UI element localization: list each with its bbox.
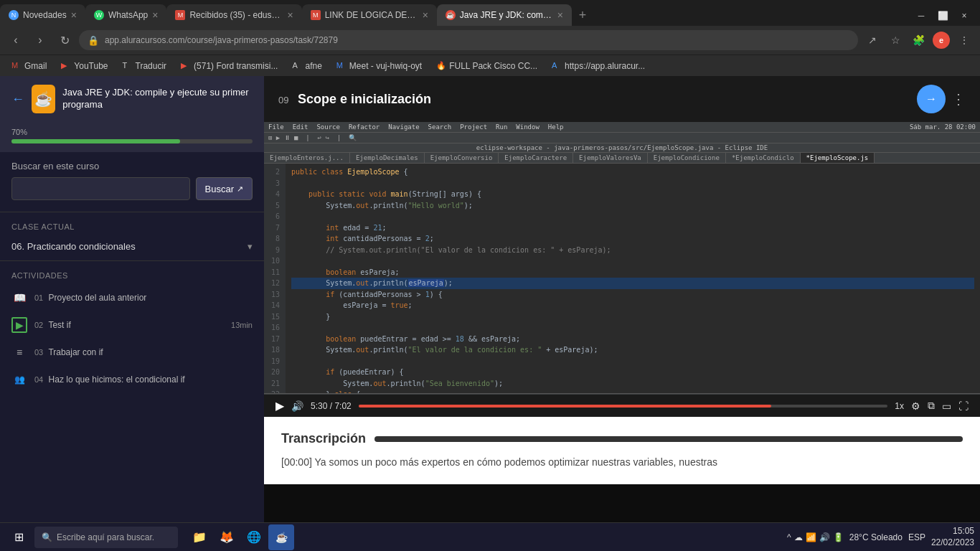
meet-favicon: M bbox=[336, 61, 347, 71]
tab-title-java: Java JRE y JDK: compile y eje... bbox=[460, 10, 553, 20]
profile-icon[interactable]: e bbox=[931, 30, 951, 50]
eclipse-time: Sáb mar. 28 02:00 bbox=[910, 123, 976, 131]
video-header-right: → ⋮ bbox=[917, 85, 966, 113]
volume-button[interactable]: 🔊 bbox=[291, 400, 303, 412]
bookmark-gmail-label: Gmail bbox=[24, 61, 47, 71]
lesson-info-02: 02 Test if bbox=[34, 320, 224, 330]
bookmark-full-pack[interactable]: 🔥 FULL Pack Cisco CC... bbox=[430, 60, 543, 72]
bookmarks-bar: M Gmail ▶ YouTube T Traducir ▶ (571) For… bbox=[0, 55, 980, 76]
tab-close-java[interactable]: × bbox=[557, 9, 563, 21]
tab-close-gmail[interactable]: × bbox=[287, 9, 293, 21]
lesson-duration-02: 13min bbox=[231, 321, 253, 329]
tab-close-whatsapp[interactable]: × bbox=[152, 9, 158, 21]
taskbar-app-eclipse[interactable]: ☕ bbox=[268, 524, 294, 550]
menu-source: Source bbox=[316, 123, 340, 131]
fullpack-favicon: 🔥 bbox=[436, 61, 446, 71]
browser-chrome: N Novedades × W WhatsApp × M Recibidos (… bbox=[0, 0, 980, 76]
tab-close-novedades[interactable]: × bbox=[71, 9, 77, 21]
user-avatar: e bbox=[933, 32, 950, 49]
tab-close-link[interactable]: × bbox=[423, 9, 428, 21]
gmail-favicon: M bbox=[11, 61, 22, 71]
lesson-item-02[interactable]: ▶ 02 Test if 13min bbox=[0, 311, 264, 339]
tab-bar: N Novedades × W WhatsApp × M Recibidos (… bbox=[0, 0, 980, 26]
code-line-13: if (cantidadPersonas > 1) { bbox=[291, 289, 974, 301]
eclipse-titlebar: eclipse-workspace - java-primeros-pasos/… bbox=[264, 143, 980, 153]
lesson-item-04[interactable]: 👥 04 Haz lo que hicimos: el condicional … bbox=[0, 366, 264, 393]
maximize-button[interactable]: ⬜ bbox=[933, 6, 953, 26]
settings-button[interactable]: ⚙ bbox=[911, 400, 920, 412]
clock-date: 22/02/2023 bbox=[931, 537, 974, 549]
code-line-4: public static void main(String[] args) { bbox=[291, 189, 974, 200]
search-input[interactable] bbox=[11, 177, 190, 200]
eclipse-statusbar: The local variable esPareja may not have… bbox=[264, 393, 980, 395]
bookmark-traducir-label: Traducir bbox=[136, 61, 167, 71]
forward-button[interactable]: › bbox=[30, 30, 50, 50]
code-line-7: int edad = 21; bbox=[291, 222, 974, 234]
code-line-22: } else { bbox=[291, 389, 974, 393]
bookmark-alura[interactable]: A https://app.aluracur... bbox=[546, 60, 651, 72]
code-line-12: System.out.println(esPareja); bbox=[291, 278, 974, 289]
bookmark-meet-label: Meet - vuj-hwiq-oyt bbox=[349, 61, 422, 71]
theater-button[interactable]: ▭ bbox=[942, 400, 951, 412]
taskbar-search-text: Escribe aquí para buscar. bbox=[57, 532, 154, 542]
share-icon[interactable]: ↗ bbox=[862, 30, 882, 50]
bookmark-traducir[interactable]: T Traducir bbox=[117, 60, 173, 72]
next-lesson-button[interactable]: → bbox=[917, 85, 946, 113]
lesson-item-03[interactable]: ≡ 03 Trabajar con if bbox=[0, 339, 264, 366]
menu-icon[interactable]: ⋮ bbox=[954, 30, 974, 50]
eclipse-tab-condicioclone: *EjemploCondiclo bbox=[726, 153, 801, 163]
current-module-item[interactable]: 06. Practicando condicionales ▾ bbox=[0, 235, 264, 258]
search-button[interactable]: Buscar ↗ bbox=[196, 177, 253, 200]
code-line-16 bbox=[291, 322, 974, 334]
taskbar-app-firefox[interactable]: 🦊 bbox=[214, 524, 240, 550]
play-button[interactable]: ▶ bbox=[275, 399, 284, 413]
nav-bar: ‹ › ↻ 🔒 app.aluracursos.com/course/java-… bbox=[0, 26, 980, 55]
line-numbers: 234567891011121314151617181920212223 bbox=[264, 164, 286, 393]
bookmark-fullpack-label: FULL Pack Cisco CC... bbox=[449, 61, 537, 71]
video-header: 09 Scope e inicialización → ⋮ bbox=[264, 76, 980, 122]
speed-button[interactable]: 1x bbox=[895, 401, 904, 411]
total-time: 7:02 bbox=[334, 401, 351, 411]
menu-window: Window bbox=[516, 123, 540, 131]
tab-link-logica[interactable]: M LINK DE LOGICA DE PROGR... × bbox=[302, 4, 437, 26]
module-name: 06. Practicando condicionales bbox=[11, 241, 136, 252]
code-content: public class EjemploScope { public stati… bbox=[286, 164, 980, 393]
reload-button[interactable]: ↻ bbox=[55, 30, 75, 50]
pip-button[interactable]: ⧉ bbox=[928, 400, 935, 412]
more-options-button[interactable]: ⋮ bbox=[951, 90, 966, 108]
tab-novedades[interactable]: N Novedades × bbox=[0, 4, 85, 26]
weather-icon: ☁ bbox=[794, 532, 803, 542]
address-bar[interactable]: 🔒 app.aluracursos.com/course/java-primer… bbox=[79, 30, 858, 50]
speaker-icon: 🔊 bbox=[819, 532, 830, 542]
sidebar: ← ☕ Java JRE y JDK: compile y ejecute su… bbox=[0, 76, 264, 522]
bookmark-meet[interactable]: M Meet - vuj-hwiq-oyt bbox=[331, 60, 428, 72]
back-button[interactable]: ‹ bbox=[6, 30, 26, 50]
code-line-17: boolean puedeEntrar = edad >= 18 && esPa… bbox=[291, 334, 974, 345]
bookmark-afne[interactable]: A afne bbox=[286, 60, 327, 72]
new-tab-button[interactable]: + bbox=[572, 4, 593, 26]
bookmark-youtube[interactable]: ▶ YouTube bbox=[55, 60, 113, 72]
taskbar-app-files[interactable]: 📁 bbox=[187, 524, 212, 550]
lesson-title-03: Trabajar con if bbox=[48, 347, 103, 357]
taskbar-app-chrome[interactable]: 🌐 bbox=[241, 524, 267, 550]
close-button[interactable]: × bbox=[954, 6, 974, 26]
menu-edit: Edit bbox=[293, 123, 308, 131]
start-button[interactable]: ⊞ bbox=[6, 524, 32, 550]
bookmark-gmail[interactable]: M Gmail bbox=[6, 60, 52, 72]
fullscreen-button[interactable]: ⛶ bbox=[958, 400, 969, 412]
bookmark-star-icon[interactable]: ☆ bbox=[885, 30, 905, 50]
tab-favicon-link: M bbox=[311, 10, 321, 20]
tab-whatsapp[interactable]: W WhatsApp × bbox=[85, 4, 167, 26]
taskbar-search[interactable]: 🔍 Escribe aquí para buscar. bbox=[34, 527, 178, 548]
tab-gmail-inbox[interactable]: M Recibidos (35) - edusayhuite × bbox=[166, 4, 301, 26]
users-icon: 👥 bbox=[11, 372, 27, 387]
sidebar-back-button[interactable]: ← bbox=[11, 92, 24, 107]
bookmark-ford[interactable]: ▶ (571) Ford transmisi... bbox=[175, 60, 283, 72]
video-progress-bar[interactable] bbox=[359, 405, 888, 408]
minimize-button[interactable]: ─ bbox=[911, 6, 931, 26]
tab-java-jdk[interactable]: ☕ Java JRE y JDK: compile y eje... × bbox=[437, 4, 572, 26]
extensions-icon[interactable]: 🧩 bbox=[908, 30, 928, 50]
course-title: Java JRE y JDK: compile y ejecute su pri… bbox=[62, 87, 253, 111]
lesson-item-01[interactable]: 📖 01 Proyecto del aula anterior bbox=[0, 284, 264, 311]
lesson-info-04: 04 Haz lo que hicimos: el condicional if bbox=[34, 375, 253, 385]
